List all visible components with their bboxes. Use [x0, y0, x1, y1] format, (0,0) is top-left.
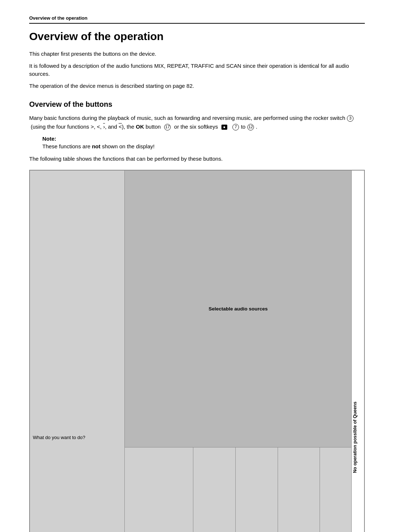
intro-para-2: It is followed by a description of the a… — [29, 62, 365, 78]
table-intro: The following table shows the functions … — [29, 154, 365, 163]
page-title: Overview of the operation — [29, 30, 365, 43]
rocker-switch-icon: 3 — [347, 115, 354, 122]
intro-para-3: The operation of the device menus is des… — [29, 82, 365, 90]
function-table: What do you want to do? Selectable audio… — [29, 170, 365, 532]
ok-button-icon: 17 — [164, 124, 171, 130]
table-aux-rotated: No operation possible of Queens — [352, 171, 364, 532]
note-block: Note: These functions are not shown on t… — [42, 136, 365, 149]
section2-title: Overview of the buttons — [29, 100, 365, 109]
table-col-what: What do you want to do? — [30, 171, 125, 532]
softkey-7-icon: 7 — [232, 124, 239, 130]
table-col-cdc: CDC — [278, 447, 320, 532]
note-label: Note: — [42, 136, 365, 142]
table-col-tuner: Tuner — [125, 447, 193, 532]
softkey-icon: ■ — [221, 125, 227, 130]
note-body: These functions are not shown on the dis… — [42, 143, 365, 149]
table-col-cd: CD — [193, 447, 236, 532]
table-selectable-sources-header: Selectable audio sources — [125, 171, 352, 447]
table-col-mp3wma: MP3/ WMA — [236, 447, 278, 532]
intro-para-1: This chapter first presents the buttons … — [29, 50, 365, 58]
softkey-12-icon: 12 — [247, 124, 254, 130]
table-col-aux: AUX — [320, 447, 352, 532]
breadcrumb: Overview of the operation — [29, 15, 365, 24]
body-paragraph: Many basic functions during the playback… — [29, 114, 365, 131]
